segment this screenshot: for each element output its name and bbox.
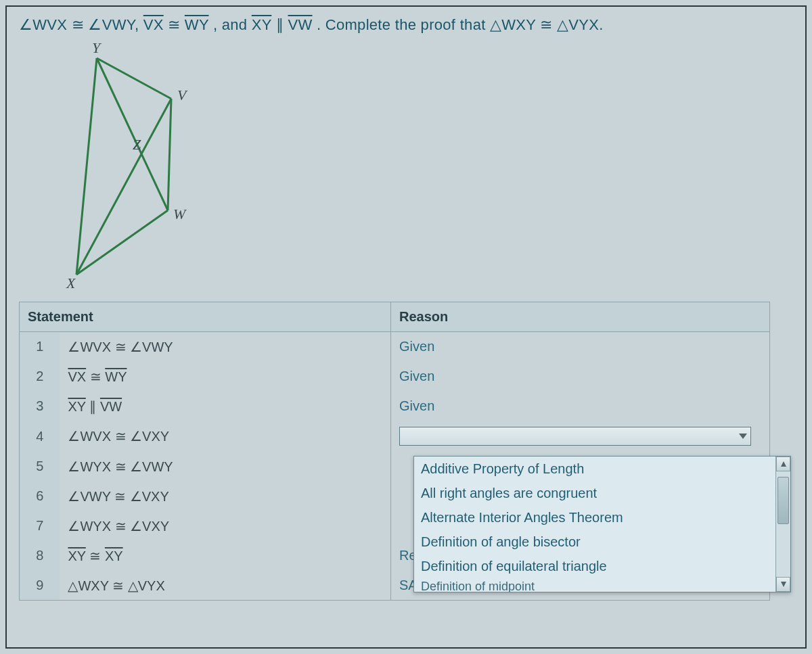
scroll-down-arrow[interactable] xyxy=(776,577,790,592)
prompt-part-2: , and xyxy=(213,16,252,33)
label-W: W xyxy=(173,206,187,223)
reason-cell[interactable]: Given xyxy=(391,362,770,392)
row-number: 6 xyxy=(20,482,60,511)
header-statement: Statement xyxy=(20,302,391,332)
prompt-part-1: ∠WVX ≅ ∠VWY, xyxy=(19,16,143,33)
dropdown-option[interactable]: Alternate Interior Angles Theorem xyxy=(414,505,790,530)
parallel-symbol: ∥ xyxy=(276,16,288,33)
row-number: 4 xyxy=(20,421,60,452)
reason-combobox[interactable] xyxy=(399,427,751,446)
reason-dropdown-panel[interactable]: Additive Property of LengthAll right ang… xyxy=(413,456,791,592)
table-row: 3XY ∥ VWGiven xyxy=(20,392,770,421)
label-V: V xyxy=(177,87,188,103)
geometry-diagram: Y V Z W X xyxy=(39,38,215,295)
prompt-part-3: . Complete the proof that △WXY ≅ △VYX. xyxy=(317,16,604,33)
label-Y: Y xyxy=(92,39,102,56)
statement-cell: ∠WYX ≅ ∠VWY xyxy=(60,452,390,482)
svg-marker-6 xyxy=(781,461,786,467)
svg-line-3 xyxy=(76,210,168,275)
scroll-up-arrow[interactable] xyxy=(776,457,790,471)
worksheet-frame: ∠WVX ≅ ∠VWY, VX ≅ WY , and XY ∥ VW . Com… xyxy=(5,5,807,649)
statement-cell: XY ≅ XY xyxy=(60,541,390,571)
statement-cell: ∠WVX ≅ ∠VWY xyxy=(60,332,390,362)
reason-cell[interactable]: Given xyxy=(391,332,770,362)
svg-line-2 xyxy=(97,58,171,99)
table-row: 2VX ≅ WYGiven xyxy=(20,362,770,392)
reason-text[interactable]: Given xyxy=(399,369,434,383)
dropdown-option[interactable]: Definition of equilateral triangle xyxy=(414,554,790,578)
reason-cell[interactable] xyxy=(391,421,770,452)
row-number: 5 xyxy=(20,452,60,482)
reason-text[interactable]: Given xyxy=(399,398,434,413)
dropdown-option[interactable]: Definition of angle bisector xyxy=(414,530,790,554)
svg-marker-7 xyxy=(781,582,786,587)
dropdown-option[interactable]: Additive Property of Length xyxy=(414,457,790,481)
row-number: 1 xyxy=(20,332,60,362)
statement-cell: ∠VWY ≅ ∠VXY xyxy=(60,482,390,511)
scroll-thumb[interactable] xyxy=(777,477,789,524)
header-reason: Reason xyxy=(391,302,770,332)
statement-cell: ∠WYX ≅ ∠VXY xyxy=(60,511,390,541)
row-number: 9 xyxy=(20,571,60,601)
row-number: 2 xyxy=(20,362,60,392)
reason-cell[interactable]: Given xyxy=(391,392,770,421)
segment-WY: WY xyxy=(185,16,209,33)
svg-line-5 xyxy=(168,99,171,210)
table-row: 1∠WVX ≅ ∠VWYGiven xyxy=(20,332,770,362)
svg-line-1 xyxy=(97,58,168,210)
segment-XY: XY xyxy=(252,16,272,33)
label-Z: Z xyxy=(133,136,141,153)
segment-VW: VW xyxy=(288,16,312,33)
dropdown-option[interactable]: Definition of midpoint xyxy=(414,578,790,592)
statement-cell: XY ∥ VW xyxy=(60,392,390,421)
label-X: X xyxy=(66,275,76,291)
problem-prompt: ∠WVX ≅ ∠VWY, VX ≅ WY , and XY ∥ VW . Com… xyxy=(19,16,793,34)
reason-text[interactable]: Given xyxy=(399,339,434,354)
statement-cell: VX ≅ WY xyxy=(60,362,390,392)
segment-VX: VX xyxy=(143,16,164,33)
table-row: 4∠WVX ≅ ∠VXY xyxy=(20,421,770,452)
dropdown-option[interactable]: All right angles are congruent xyxy=(414,481,790,505)
congruent-symbol-1: ≅ xyxy=(168,16,185,33)
row-number: 7 xyxy=(20,511,60,541)
statement-cell: ∠WVX ≅ ∠VXY xyxy=(60,421,390,452)
statement-cell: △WXY ≅ △VYX xyxy=(60,571,390,601)
row-number: 3 xyxy=(20,392,60,421)
dropdown-scrollbar[interactable] xyxy=(775,457,790,592)
row-number: 8 xyxy=(20,541,60,571)
proof-area: Statement Reason 1∠WVX ≅ ∠VWYGiven2VX ≅ … xyxy=(19,302,793,601)
